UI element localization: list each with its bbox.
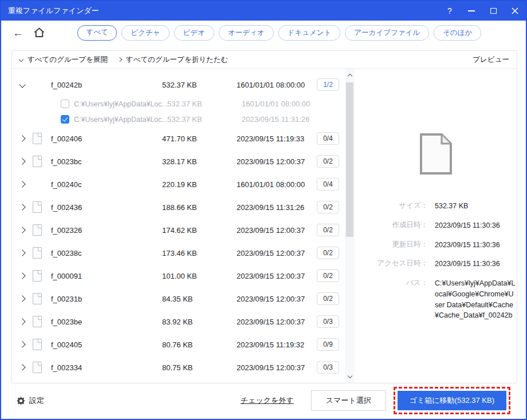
file-size: 80.75 KB bbox=[162, 363, 237, 372]
tab-documents[interactable]: ドキュメント bbox=[278, 25, 341, 41]
file-size: 532.37 KB bbox=[167, 100, 242, 108]
selection-count-badge: 0/4 bbox=[317, 178, 339, 191]
checkbox-unchecked[interactable] bbox=[61, 100, 69, 108]
file-group-row[interactable]: f_002436 188.66 KB 2023/09/15 11:31:26 0… bbox=[12, 196, 345, 219]
expand-toggle[interactable] bbox=[20, 274, 33, 278]
file-date: 2023/09/15 11:31:26 bbox=[242, 115, 322, 124]
file-icon bbox=[33, 339, 42, 350]
file-group-row[interactable]: f_0023bc 328.17 KB 2023/09/15 12:00:37 0… bbox=[12, 150, 345, 173]
chevron-right-icon bbox=[19, 204, 25, 210]
file-date: 1601/01/01 08:00:00 bbox=[237, 81, 317, 89]
collapse-all-groups-button[interactable]: すべてのグループを折りたたむ bbox=[118, 55, 229, 65]
file-path: C:¥Users¥lyj¥AppData¥Loc... bbox=[74, 116, 167, 124]
expand-toggle[interactable] bbox=[20, 365, 33, 370]
home-button[interactable] bbox=[33, 27, 45, 38]
red-dashed-annotation: ゴミ箱に移動(532.37 KB) bbox=[394, 387, 510, 414]
file-icon bbox=[33, 201, 42, 213]
chevron-right-icon bbox=[19, 249, 25, 256]
smart-select-button[interactable]: スマート選択 bbox=[311, 390, 386, 411]
group-controls-bar: すべてのグループを展開 すべてのグループを折りたたむ プレビュー bbox=[12, 51, 517, 69]
file-date: 2023/09/15 11:19:33 bbox=[237, 134, 317, 143]
tab-pictures[interactable]: ピクチャ bbox=[121, 25, 169, 41]
expand-toggle[interactable] bbox=[20, 251, 33, 255]
detail-value: 2023/09/15 11:30:36 bbox=[435, 220, 517, 231]
move-to-trash-button[interactable]: ゴミ箱に移動(532.37 KB) bbox=[398, 391, 506, 410]
detail-value: C:¥Users¥lyj¥AppData¥Local¥Google¥Chrome… bbox=[435, 278, 517, 321]
filter-tabs: すべて ピクチャ ビデオ オーディオ ドキュメント アーカイブファイル そのほか bbox=[77, 25, 481, 41]
file-group-row[interactable]: f_0023be 83.92 KB 2023/09/15 12:00:37 0/… bbox=[12, 310, 345, 333]
selection-count-badge: 0/2 bbox=[317, 247, 339, 259]
file-group-row[interactable]: f_002405 80.76 KB 2023/09/15 11:19:32 0/… bbox=[12, 333, 345, 356]
back-button[interactable]: ← bbox=[13, 27, 23, 38]
minimize-button[interactable] bbox=[461, 1, 482, 21]
help-button[interactable]: ? bbox=[439, 1, 461, 21]
file-group-row[interactable]: f_002326 174.62 KB 2023/09/15 12:00:37 0… bbox=[12, 219, 345, 241]
file-group-row[interactable]: f_002406 471.70 KB 2023/09/15 11:19:33 0… bbox=[12, 127, 345, 150]
settings-button[interactable]: 設定 bbox=[17, 395, 44, 406]
expand-toggle[interactable] bbox=[20, 182, 33, 187]
expand-toggle[interactable] bbox=[20, 319, 33, 324]
close-button[interactable] bbox=[504, 1, 526, 21]
file-date: 2023/09/15 12:00:37 bbox=[237, 318, 317, 326]
duplicate-file-row[interactable]: C:¥Users¥lyj¥AppData¥Loc... 532.37 KB 16… bbox=[12, 96, 345, 112]
tab-archives[interactable]: アーカイブファイル bbox=[345, 25, 429, 41]
file-name: f_002436 bbox=[51, 203, 162, 212]
tab-audio[interactable]: オーディオ bbox=[219, 25, 274, 41]
file-date: 2023/09/15 12:00:37 bbox=[237, 249, 317, 257]
file-icon bbox=[33, 270, 42, 282]
list-scrollbar[interactable] bbox=[345, 69, 355, 383]
file-size: 471.70 KB bbox=[162, 134, 237, 143]
file-date: 2023/09/15 12:00:37 bbox=[237, 157, 317, 166]
chevron-right-icon bbox=[19, 318, 25, 324]
detail-label: サイズ： bbox=[360, 201, 428, 212]
selection-count-badge: 0/4 bbox=[317, 132, 339, 145]
uncheck-all-link[interactable]: チェックを外す bbox=[241, 395, 294, 406]
file-group-row[interactable]: f_00231b 84.35 KB 2023/09/15 12:00:37 0/… bbox=[12, 287, 345, 310]
collapse-all-label: すべてのグループを折りたたむ bbox=[126, 55, 229, 65]
maximize-button[interactable] bbox=[482, 1, 504, 21]
file-icon bbox=[33, 156, 42, 167]
expand-toggle[interactable] bbox=[20, 228, 33, 232]
detail-created: 作成日時： 2023/09/15 11:30:36 bbox=[360, 221, 517, 231]
chevron-right-icon bbox=[19, 364, 25, 370]
file-name: f_0023bc bbox=[51, 157, 162, 166]
chevron-down-icon bbox=[19, 57, 23, 62]
file-group-row[interactable]: f_00242b 532.37 KB 1601/01/01 08:00:00 1… bbox=[12, 73, 345, 96]
scroll-up-button[interactable] bbox=[345, 70, 355, 80]
content-panel: すべてのグループを展開 すべてのグループを折りたたむ プレビュー f_00242… bbox=[11, 50, 517, 383]
expand-all-groups-button[interactable]: すべてのグループを展開 bbox=[19, 55, 108, 65]
file-date: 2023/09/15 12:00:37 bbox=[237, 295, 317, 303]
preview-toggle[interactable]: プレビュー bbox=[473, 55, 509, 65]
file-name: f_00231b bbox=[51, 295, 162, 303]
chevron-right-icon bbox=[19, 295, 25, 302]
selection-count-badge: 0/2 bbox=[317, 292, 339, 305]
file-name: f_0023be bbox=[51, 318, 162, 326]
file-name: f_002326 bbox=[51, 226, 162, 235]
tab-videos[interactable]: ビデオ bbox=[174, 25, 214, 41]
preview-panel: サイズ： 532.37 KB 作成日時： 2023/09/15 11:30:36… bbox=[355, 69, 517, 383]
expand-toggle[interactable] bbox=[20, 296, 33, 301]
file-group-row[interactable]: f_00240c 220.19 KB 1601/01/01 08:00:00 0… bbox=[12, 173, 345, 196]
expand-toggle[interactable] bbox=[20, 159, 33, 164]
expand-toggle[interactable] bbox=[20, 342, 33, 347]
expand-toggle[interactable] bbox=[20, 205, 33, 209]
scrollbar-thumb[interactable] bbox=[346, 82, 353, 237]
tab-others[interactable]: そのほか bbox=[434, 25, 481, 41]
detail-value: 2023/09/15 11:30:36 bbox=[435, 240, 517, 251]
duplicate-file-row[interactable]: C:¥Users¥lyj¥AppData¥Loc... 532.37 KB 20… bbox=[12, 112, 345, 127]
file-name: f_00240c bbox=[51, 180, 162, 189]
chevron-right-icon bbox=[19, 135, 25, 141]
expand-toggle[interactable] bbox=[20, 136, 33, 141]
file-group-row[interactable]: f_002334 80.75 KB 2023/09/15 12:00:37 0/… bbox=[12, 356, 345, 379]
detail-path: パス： C:¥Users¥lyj¥AppData¥Local¥Google¥Ch… bbox=[360, 279, 517, 321]
file-group-row[interactable]: f_000091 101.00 KB 2023/09/15 12:00:37 0… bbox=[12, 264, 345, 287]
checkbox-checked[interactable] bbox=[61, 115, 69, 124]
file-name: f_00238c bbox=[51, 249, 162, 257]
gear-icon bbox=[17, 397, 25, 405]
expand-toggle[interactable] bbox=[20, 82, 33, 87]
scroll-down-button[interactable] bbox=[345, 371, 355, 382]
file-group-row[interactable]: f_00238c 173.46 KB 2023/09/15 12:00:37 0… bbox=[12, 241, 345, 264]
file-size: 84.35 KB bbox=[162, 295, 237, 303]
selection-count-badge: 0/3 bbox=[317, 315, 339, 328]
tab-all[interactable]: すべて bbox=[77, 25, 117, 41]
